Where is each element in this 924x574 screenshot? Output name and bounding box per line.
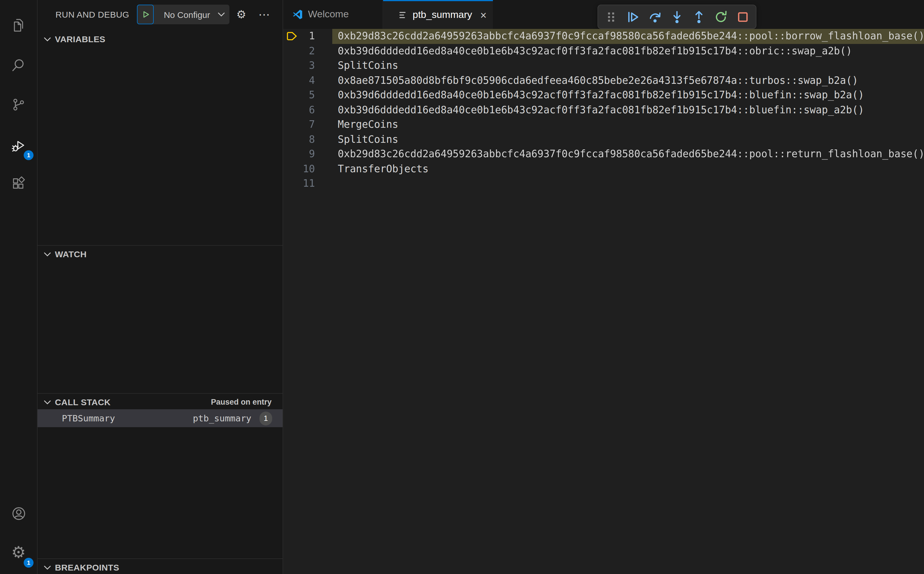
activity-explorer[interactable]	[5, 11, 32, 39]
gutter-space	[283, 44, 299, 58]
sidebar-gear-icon[interactable]: ⚙	[236, 9, 246, 20]
code-text: 0x8ae871505a80d8bf6bf9c05906cda6edfeea46…	[315, 73, 858, 88]
gutter-space	[283, 162, 299, 176]
close-icon[interactable]: ×	[480, 9, 486, 20]
code-line[interactable]: 60xb39d6dddedd16ed8a40ce0b1e6b43c92acf0f…	[283, 102, 924, 117]
tab-ptb-summary[interactable]: ptb_summary ×	[383, 0, 493, 29]
section-variables[interactable]: VARIABLES	[38, 31, 283, 47]
step-out-icon[interactable]	[692, 10, 705, 24]
activity-source-control[interactable]	[5, 91, 32, 118]
code-text: MergeCoins	[315, 117, 398, 132]
line-number[interactable]: 7	[299, 117, 315, 132]
line-number[interactable]: 2	[299, 44, 315, 58]
line-number[interactable]: 1	[299, 29, 315, 44]
git-branch-icon	[11, 97, 26, 112]
line-number[interactable]: 4	[299, 73, 315, 88]
debug-config-dropdown[interactable]: No Configur	[137, 5, 230, 24]
section-divider	[38, 245, 283, 246]
activity-search[interactable]	[5, 52, 32, 79]
gutter-space	[283, 176, 299, 191]
tab-label: Welcome	[308, 9, 349, 20]
line-number[interactable]: 9	[299, 147, 315, 162]
frame-source: ptb_summary	[193, 413, 251, 423]
debug-toolbar	[598, 5, 756, 29]
code-line[interactable]: 90xb29d83c26cdd2a64959263abbcfc4a6937f0c…	[283, 147, 924, 162]
activity-bar: 1 ⚙ 1	[0, 0, 38, 574]
line-number[interactable]: 11	[299, 176, 315, 191]
drag-handle-icon[interactable]	[604, 10, 618, 24]
code-text: 0xb39d6dddedd16ed8a40ce0b1e6b43c92acf0ff…	[315, 88, 864, 102]
section-breakpoints[interactable]: BREAKPOINTS	[38, 560, 283, 574]
start-debug-play-icon	[141, 10, 150, 19]
code-line[interactable]: 7MergeCoins	[283, 117, 924, 132]
section-divider	[38, 393, 283, 394]
start-debug-button[interactable]	[137, 5, 154, 24]
activity-extensions[interactable]	[5, 170, 32, 198]
gutter-space	[283, 147, 299, 162]
code-text: SplitCoins	[315, 132, 398, 147]
code-line[interactable]: 10xb29d83c26cdd2a64959263abbcfc4a6937f0c…	[283, 29, 924, 44]
line-number[interactable]: 10	[299, 162, 315, 176]
sidebar-header: RUN AND DEBUG No Configur ⚙ ⋯	[38, 0, 283, 29]
line-number[interactable]: 8	[299, 132, 315, 147]
gutter-space	[283, 102, 299, 117]
activity-accounts[interactable]	[5, 500, 32, 527]
gutter-space	[283, 88, 299, 102]
chevron-down-icon	[44, 400, 51, 404]
settings-badge: 1	[24, 558, 33, 568]
vscode-window: 1 ⚙ 1	[0, 0, 924, 574]
code-line[interactable]: 3SplitCoins	[283, 58, 924, 73]
code-text: 0xb29d83c26cdd2a64959263abbcfc4a6937f0c9…	[315, 147, 924, 162]
account-icon	[11, 506, 26, 521]
frame-badge: 1	[260, 411, 272, 425]
stop-icon[interactable]	[736, 10, 749, 24]
code-text: 0xb29d83c26cdd2a64959263abbcfc4a6937f0c9…	[315, 29, 924, 44]
debug-status-text: Paused on entry	[211, 398, 272, 406]
extensions-icon	[11, 176, 26, 191]
continue-icon[interactable]	[626, 10, 640, 24]
gutter-space	[283, 132, 299, 147]
code-text: TransferObjects	[315, 162, 428, 176]
call-stack-frame-row[interactable]: PTBSummary ptb_summary 1	[38, 409, 283, 427]
section-label: BREAKPOINTS	[55, 563, 119, 572]
code-line[interactable]: 50xb39d6dddedd16ed8a40ce0b1e6b43c92acf0f…	[283, 88, 924, 102]
gutter-space	[283, 117, 299, 132]
line-number[interactable]: 6	[299, 102, 315, 117]
step-over-icon[interactable]	[649, 10, 662, 24]
code-line[interactable]: 40x8ae871505a80d8bf6bf9c05906cda6edfeea4…	[283, 73, 924, 88]
gear-icon: ⚙	[11, 544, 26, 561]
gutter-space	[283, 73, 299, 88]
activity-run-and-debug[interactable]: 1	[5, 131, 32, 159]
chevron-down-icon	[44, 37, 51, 41]
section-label: WATCH	[55, 249, 87, 259]
more-actions-icon[interactable]: ⋯	[258, 9, 270, 20]
code-line[interactable]: 20xb39d6dddedd16ed8a40ce0b1e6b43c92acf0f…	[283, 44, 924, 58]
section-call-stack[interactable]: CALL STACK Paused on entry	[38, 394, 283, 410]
section-label: CALL STACK	[55, 397, 111, 407]
debug-config-label: No Configur	[154, 9, 218, 19]
code-line[interactable]: 10TransferObjects	[283, 162, 924, 176]
chevron-down-icon	[44, 565, 51, 570]
editor-area: Welcome ptb_summary ×	[283, 0, 924, 574]
code-line[interactable]: 8SplitCoins	[283, 132, 924, 147]
code-lines[interactable]: 10xb29d83c26cdd2a64959263abbcfc4a6937f0c…	[283, 29, 924, 191]
list-file-icon	[398, 10, 408, 20]
code-line[interactable]: 11	[283, 176, 924, 191]
chevron-down-icon	[44, 252, 51, 256]
line-number[interactable]: 3	[299, 58, 315, 73]
code-text: 0xb39d6dddedd16ed8a40ce0b1e6b43c92acf0ff…	[315, 102, 864, 117]
line-number[interactable]: 5	[299, 88, 315, 102]
debug-badge: 1	[24, 150, 33, 160]
code-text	[315, 176, 338, 191]
gutter-space	[283, 58, 299, 73]
files-icon	[11, 18, 26, 33]
restart-icon[interactable]	[714, 10, 727, 24]
debug-icon	[11, 137, 26, 153]
section-watch[interactable]: WATCH	[38, 246, 283, 262]
debug-pointer-gutter	[283, 29, 299, 44]
chevron-down-icon	[218, 12, 225, 17]
tab-welcome[interactable]: Welcome	[283, 0, 383, 29]
section-label: VARIABLES	[55, 34, 105, 44]
activity-settings[interactable]: ⚙ 1	[5, 539, 32, 566]
step-into-icon[interactable]	[670, 10, 684, 24]
